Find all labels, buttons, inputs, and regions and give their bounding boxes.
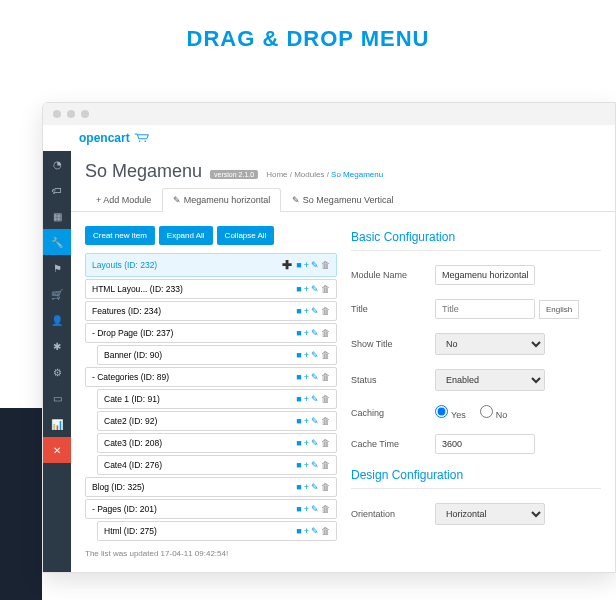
radio-caching-no[interactable]: No [480,405,508,420]
tree-row[interactable]: Cate 1 (ID: 91)■+✎🗑 [97,389,337,409]
side-tag-icon[interactable]: 🏷 [43,177,71,203]
tree-row-actions: ■+✎🗑 [296,460,330,470]
cart-icon [134,133,150,143]
pen-icon[interactable]: ✎ [311,504,319,514]
trash-icon[interactable]: 🗑 [321,394,330,404]
input-cache-time[interactable] [435,434,535,454]
pen-icon[interactable]: ✎ [311,350,319,360]
select-status[interactable]: Enabled [435,369,545,391]
sq-icon[interactable]: ■ [296,350,301,360]
pen-icon[interactable]: ✎ [311,260,319,270]
side-share-icon[interactable]: ✱ [43,333,71,359]
drag-handle-icon[interactable]: ✚ [282,258,292,272]
trash-icon[interactable]: 🗑 [321,350,330,360]
trash-icon[interactable]: 🗑 [321,482,330,492]
side-ext-icon[interactable]: ▦ [43,203,71,229]
trash-icon[interactable]: 🗑 [321,328,330,338]
sidebar: ◔ 🏷 ▦ 🔧 ⚑ 🛒 👤 ✱ ⚙ ▭ 📊 ✕ [43,151,71,572]
trash-icon[interactable]: 🗑 [321,526,330,536]
trash-icon[interactable]: 🗑 [321,438,330,448]
trash-icon[interactable]: 🗑 [321,260,330,270]
select-orientation[interactable]: Horizontal [435,503,545,525]
tree-row[interactable]: - Pages (ID: 201)■+✎🗑 [85,499,337,519]
side-user-icon[interactable]: 👤 [43,307,71,333]
sq-icon[interactable]: ■ [296,306,301,316]
sq-icon[interactable]: ■ [296,394,301,404]
plus-icon[interactable]: + [304,284,309,294]
pen-icon[interactable]: ✎ [311,284,319,294]
tree-row[interactable]: Cate2 (ID: 92)■+✎🗑 [97,411,337,431]
traffic-light-close[interactable] [53,110,61,118]
sq-icon[interactable]: ■ [296,526,301,536]
collapse-all-button[interactable]: Collapse All [217,226,275,245]
tree-row[interactable]: - Categories (ID: 89)■+✎🗑 [85,367,337,387]
tab-add-module[interactable]: + Add Module [85,188,162,211]
tree-row[interactable]: Banner (ID: 90)■+✎🗑 [97,345,337,365]
plus-icon[interactable]: + [304,438,309,448]
tree-row[interactable]: Blog (ID: 325)■+✎🗑 [85,477,337,497]
side-chart-icon[interactable]: 📊 [43,411,71,437]
plus-icon[interactable]: + [304,306,309,316]
tree-row[interactable]: Html (ID: 275)■+✎🗑 [97,521,337,541]
tree-row[interactable]: Cate4 (ID: 276)■+✎🗑 [97,455,337,475]
sq-icon[interactable]: ■ [296,260,301,270]
tree-row[interactable]: - Drop Page (ID: 237)■+✎🗑 [85,323,337,343]
sq-icon[interactable]: ■ [296,328,301,338]
side-flag-icon[interactable]: ⚑ [43,255,71,281]
plus-icon[interactable]: + [304,394,309,404]
trash-icon[interactable]: 🗑 [321,306,330,316]
lang-selector[interactable]: English [539,300,579,319]
pen-icon[interactable]: ✎ [311,526,319,536]
pen-icon[interactable]: ✎ [311,416,319,426]
pen-icon[interactable]: ✎ [311,372,319,382]
plus-icon[interactable]: + [304,526,309,536]
sq-icon[interactable]: ■ [296,482,301,492]
side-cart-icon[interactable]: 🛒 [43,281,71,307]
plus-icon[interactable]: + [304,482,309,492]
pen-icon[interactable]: ✎ [311,482,319,492]
trash-icon[interactable]: 🗑 [321,460,330,470]
tab-megamenu-vertical[interactable]: ✎ So Megamenu Vertical [281,188,404,211]
side-doc-icon[interactable]: ▭ [43,385,71,411]
pen-icon[interactable]: ✎ [311,306,319,316]
tree-row[interactable]: Cate3 (ID: 208)■+✎🗑 [97,433,337,453]
trash-icon[interactable]: 🗑 [321,504,330,514]
tab-megamenu-horizontal[interactable]: ✎ Megamenu horizontal [162,188,281,212]
input-module-name[interactable] [435,265,535,285]
side-gear-icon[interactable]: ⚙ [43,359,71,385]
trash-icon[interactable]: 🗑 [321,372,330,382]
tree-row[interactable]: Layouts (ID: 232)✚■+✎🗑 [85,253,337,277]
sq-icon[interactable]: ■ [296,460,301,470]
traffic-light-min[interactable] [67,110,75,118]
trash-icon[interactable]: 🗑 [321,284,330,294]
tree-row[interactable]: Features (ID: 234)■+✎🗑 [85,301,337,321]
sq-icon[interactable]: ■ [296,284,301,294]
pen-icon[interactable]: ✎ [311,394,319,404]
side-wrench-icon[interactable]: 🔧 [43,229,71,255]
plus-icon[interactable]: + [304,350,309,360]
plus-icon[interactable]: + [304,328,309,338]
sq-icon[interactable]: ■ [296,372,301,382]
plus-icon[interactable]: + [304,504,309,514]
plus-icon[interactable]: + [304,416,309,426]
expand-all-button[interactable]: Expand All [159,226,213,245]
plus-icon[interactable]: + [304,460,309,470]
pen-icon[interactable]: ✎ [311,328,319,338]
plus-icon[interactable]: + [304,372,309,382]
breadcrumb-current[interactable]: So Megamenu [331,170,383,179]
side-close-icon[interactable]: ✕ [43,437,71,463]
pen-icon[interactable]: ✎ [311,460,319,470]
pen-icon[interactable]: ✎ [311,438,319,448]
side-dashboard-icon[interactable]: ◔ [43,151,71,177]
trash-icon[interactable]: 🗑 [321,416,330,426]
create-item-button[interactable]: Creat new item [85,226,155,245]
plus-icon[interactable]: + [304,260,309,270]
sq-icon[interactable]: ■ [296,504,301,514]
select-show-title[interactable]: No [435,333,545,355]
traffic-light-max[interactable] [81,110,89,118]
radio-caching-yes[interactable]: Yes [435,405,466,420]
tree-row[interactable]: HTML Layou... (ID: 233)■+✎🗑 [85,279,337,299]
input-title[interactable] [435,299,535,319]
sq-icon[interactable]: ■ [296,416,301,426]
sq-icon[interactable]: ■ [296,438,301,448]
